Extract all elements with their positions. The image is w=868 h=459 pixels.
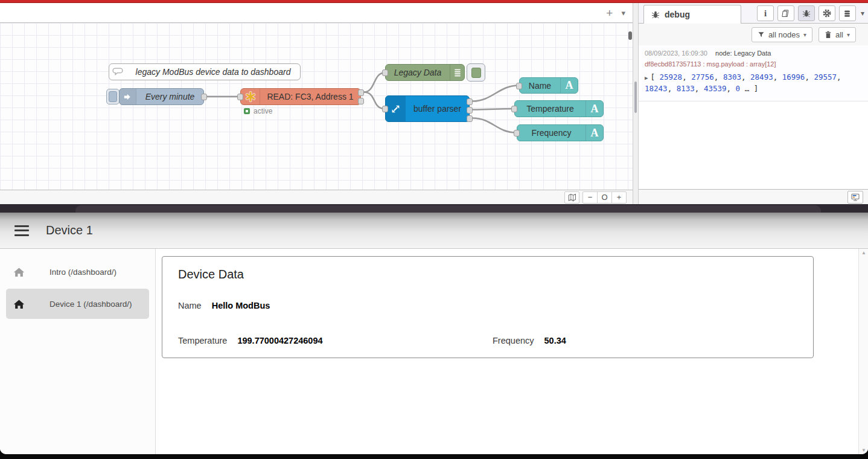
expand-arrows-icon — [386, 96, 406, 121]
database-icon — [843, 9, 852, 18]
debug-payload: ▶[ 25928, 27756, 8303, 28493, 16996, 295… — [645, 72, 860, 95]
field-name: Name Hello ModBus — [178, 301, 797, 310]
inject-icon — [120, 89, 136, 104]
text-A-icon: A — [560, 78, 578, 93]
inject-node[interactable]: Every minute — [119, 88, 204, 105]
expand-payload-icon[interactable]: ▶ — [645, 75, 648, 81]
inject-label: Every minute — [136, 89, 203, 104]
trash-icon — [825, 31, 832, 39]
context-tab-button[interactable] — [839, 5, 856, 21]
wire-modbus-to-parser — [364, 92, 385, 109]
device-data-card: Device Data Name Hello ModBus Temperatur… — [162, 256, 814, 358]
separator-grip[interactable] — [634, 82, 637, 113]
debug-message-list[interactable]: 08/09/2023, 16:09:30 node: Legacy Data d… — [639, 45, 868, 189]
ui-name-label: Name — [520, 78, 560, 93]
flow-list-button[interactable]: ▾ — [621, 9, 625, 17]
frequency-value: 50.34 — [544, 336, 566, 345]
comment-label: legacy ModBus device data to dashboard — [126, 64, 300, 80]
name-value: Hello ModBus — [212, 301, 270, 310]
help-tab-button[interactable] — [777, 5, 794, 21]
ui-temperature-label: Temperature — [515, 101, 586, 117]
debug-msg-path: df8ecbd817357113 : msg.payload : array[1… — [645, 60, 862, 68]
name-label: Name — [178, 301, 202, 310]
navigator-button[interactable] — [564, 191, 579, 204]
menu-icon[interactable] — [14, 225, 29, 236]
modbus-output-port-2[interactable] — [358, 98, 364, 104]
add-flow-button[interactable]: + — [606, 7, 613, 19]
debug-node[interactable]: Legacy Data — [385, 64, 465, 81]
sidebar-tools: i ▾ — [757, 5, 864, 21]
debug-message[interactable]: 08/09/2023, 16:09:30 node: Legacy Data d… — [639, 45, 868, 101]
debug-toggle-indicator — [471, 68, 481, 78]
modbus-output-port-1[interactable] — [358, 89, 364, 96]
debug-tab-button[interactable] — [798, 5, 815, 21]
dashboard-title: Device 1 — [46, 223, 93, 237]
sidebar-separator[interactable] — [633, 3, 639, 204]
open-debug-window-button[interactable] — [847, 191, 863, 204]
editor-footer: − O + — [0, 190, 633, 204]
zoom-reset-button[interactable]: O — [597, 191, 612, 204]
modbus-label: READ: FC3, Address 1 — [260, 89, 360, 104]
modbus-input-port[interactable] — [237, 94, 243, 100]
temperature-value: 199.77000427246094 — [237, 336, 322, 345]
ui-name-input-port[interactable] — [516, 83, 522, 89]
wire-modbus-to-debug — [364, 73, 385, 92]
clear-debug-button[interactable]: all ▾ — [819, 27, 856, 42]
filter-nodes-button[interactable]: all nodes ▾ — [752, 27, 812, 42]
ui-text-node-frequency[interactable]: Frequency A — [517, 124, 604, 141]
zoom-out-button[interactable]: − — [582, 191, 598, 204]
bug-icon — [651, 10, 660, 19]
clear-caret-icon: ▾ — [847, 31, 850, 38]
map-icon — [567, 193, 577, 202]
dashboard-scrollbar[interactable]: ▲ ▼ — [858, 249, 868, 454]
debug-filterbar: all nodes ▾ all ▾ — [639, 24, 868, 45]
screen: + ▾ legacy ModBus device data to dashboa… — [0, 0, 868, 459]
sidebar-menu-caret[interactable]: ▾ — [861, 9, 864, 18]
top-red-bar — [0, 0, 868, 3]
gear-icon — [822, 8, 832, 18]
ui-frequency-input-port[interactable] — [514, 130, 520, 136]
temperature-label: Temperature — [178, 336, 227, 345]
nav-item-label: Intro (/dashboard/) — [49, 268, 116, 277]
frequency-label: Frequency — [493, 336, 534, 345]
comment-icon — [109, 64, 126, 80]
debug-message-meta: 08/09/2023, 16:09:30 node: Legacy Data — [645, 50, 862, 57]
info-tab-button[interactable]: i — [757, 5, 774, 21]
buffer-parser-node[interactable]: buffer parser — [385, 95, 470, 122]
dashboard-window: Device 1 Intro (/dashboard/) Device 1 (/… — [0, 213, 868, 454]
nav-item-label: Device 1 (/dashboard/) — [49, 300, 132, 309]
comment-node[interactable]: legacy ModBus device data to dashboard — [109, 63, 301, 80]
inject-trigger-button[interactable] — [106, 89, 120, 104]
debug-enable-toggle[interactable] — [467, 63, 485, 82]
status-text: active — [254, 107, 272, 115]
ui-text-node-name[interactable]: Name A — [519, 77, 578, 94]
home-icon — [13, 267, 25, 277]
window-gap — [0, 204, 868, 213]
wire-parser-to-name — [473, 86, 519, 101]
ui-text-node-temperature[interactable]: Temperature A — [514, 100, 604, 117]
nav-item-device-1[interactable]: Device 1 (/dashboard/) — [6, 289, 149, 319]
debug-input-port[interactable] — [382, 69, 388, 76]
dashboard-toolbar: Device 1 — [0, 213, 868, 249]
buffer-parser-output-port-1[interactable] — [467, 98, 473, 105]
node-red-editor-window: + ▾ legacy ModBus device data to dashboa… — [0, 0, 868, 204]
home-icon — [13, 299, 25, 309]
modbus-read-node[interactable]: READ: FC3, Address 1 — [240, 88, 361, 105]
debug-node-label: Legacy Data — [386, 65, 450, 80]
tab-debug[interactable]: debug — [643, 5, 741, 24]
ui-temperature-input-port[interactable] — [511, 106, 517, 112]
filter-label: all nodes — [768, 30, 800, 39]
buffer-parser-output-port-3[interactable] — [467, 115, 473, 122]
inject-output-port[interactable] — [201, 94, 207, 100]
buffer-parser-output-port-2[interactable] — [467, 107, 473, 114]
debug-source-node: node: Legacy Data — [715, 50, 771, 57]
nav-item-intro[interactable]: Intro (/dashboard/) — [6, 257, 149, 287]
scroll-up-arrow[interactable]: ▲ — [859, 250, 868, 255]
buffer-parser-input-port[interactable] — [382, 106, 388, 112]
bug-icon — [802, 9, 811, 18]
sidebar-tabbar: debug i ▾ — [639, 3, 868, 24]
config-tab-button[interactable] — [819, 5, 835, 21]
monitor-icon — [850, 193, 860, 202]
dashboard-body: Intro (/dashboard/) Device 1 (/dashboard… — [0, 249, 868, 454]
zoom-in-button[interactable]: + — [611, 191, 627, 204]
